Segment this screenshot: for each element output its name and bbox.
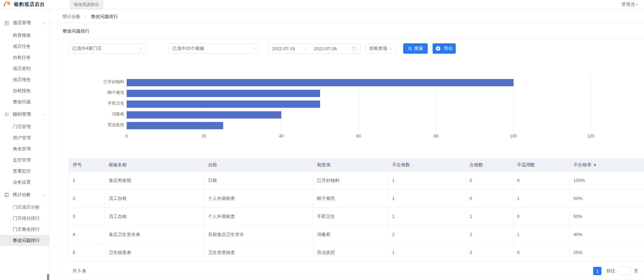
pagination: 1 前往 页 bbox=[593, 266, 638, 275]
table-cell: 0 bbox=[513, 208, 570, 225]
sidebar-item[interactable]: 自检任务 bbox=[0, 52, 49, 63]
table-cell: 后厨食品卫生安全 bbox=[204, 226, 313, 243]
column-header-label: 分组 bbox=[208, 162, 217, 167]
template-select[interactable]: 已选中20个模板 ∨ bbox=[169, 43, 259, 54]
table-cell: 0 bbox=[513, 172, 570, 189]
column-header-分组[interactable]: 分组 bbox=[204, 162, 313, 168]
sidebar-item[interactable]: 巡店任务 bbox=[0, 41, 49, 52]
column-header-label: 模板名称 bbox=[109, 162, 127, 167]
table-cell: 食品卫生安全表 bbox=[105, 226, 204, 243]
column-header-合格数[interactable]: 合格数 bbox=[466, 162, 513, 168]
training-backend-button[interactable]: 前往培训后台 bbox=[70, 0, 103, 9]
column-header-不合格数[interactable]: 不合格数▲ bbox=[388, 162, 466, 168]
chart-bar-slot bbox=[127, 88, 591, 99]
chart-category-label: 帽子规范 bbox=[69, 87, 127, 98]
filter-row: 已选中4家门店 ∨ 已选中20个模板 ∨ 2022-07-19 → 2022-0… bbox=[69, 43, 644, 54]
sidebar: 巡店管理∧检查模板巡店任务自检任务巡店签到巡店报告自检报告整改问题组织管理∧门店… bbox=[0, 10, 49, 280]
table-cell: 1 bbox=[69, 172, 105, 189]
x-axis-tick-label: 100 bbox=[510, 134, 517, 139]
sidebar-item[interactable]: 自检报告 bbox=[0, 85, 49, 96]
breadcrumb-item-current: 整改问题排行 bbox=[91, 14, 118, 19]
chart-category-label: 营业执照 bbox=[69, 120, 127, 130]
table-cell: 1 bbox=[513, 226, 570, 243]
breadcrumb-item-statistics[interactable]: 统计分析 bbox=[63, 14, 81, 19]
table-cell: 员工自检 bbox=[105, 208, 204, 225]
user-menu[interactable]: 管理员 ▾ bbox=[621, 1, 638, 8]
chart-bar-slot bbox=[127, 110, 591, 120]
table-cell: 2 bbox=[388, 226, 466, 243]
date-end-value: 2022-07-26 bbox=[314, 46, 337, 51]
sidebar-item[interactable]: 门店巡店分析 bbox=[0, 202, 49, 213]
sort-asc-icon[interactable]: ▲ bbox=[412, 164, 415, 167]
sidebar-item[interactable]: 巡店签到 bbox=[0, 63, 49, 74]
app-logo-icon bbox=[3, 1, 11, 8]
table-cell: 日检 bbox=[204, 172, 313, 189]
sidebar-item[interactable]: 巡店报告 bbox=[0, 74, 49, 85]
app-title: 银豹巡店后台 bbox=[14, 1, 45, 8]
sidebar-item[interactable]: 整改问题排行 bbox=[0, 235, 49, 246]
table-cell: 2 bbox=[69, 190, 105, 207]
table-cell: 卫生抽查表 bbox=[105, 244, 204, 261]
table-cell: 3 bbox=[69, 208, 105, 225]
x-axis-tick-label: 120 bbox=[587, 134, 594, 139]
total-count-text: 共 5 条 bbox=[72, 268, 86, 274]
chart-bar[interactable] bbox=[127, 90, 320, 97]
sidebar-item[interactable]: 门店管理 bbox=[0, 121, 49, 132]
query-type-value: 按检查项 bbox=[369, 45, 387, 52]
sidebar-item[interactable]: 用户管理 bbox=[0, 132, 49, 143]
search-button[interactable]: 搜索 bbox=[403, 43, 428, 54]
export-button[interactable]: 导出 bbox=[433, 43, 456, 54]
column-header-不合格率[interactable]: 不合格率▼ bbox=[570, 162, 644, 168]
sidebar-group-2: 组织管理∧门店管理用户管理角色管理监控管理查看监控业务设置 bbox=[0, 107, 49, 188]
column-header-不适用数[interactable]: 不适用数 bbox=[513, 162, 570, 168]
sidebar-group-header[interactable]: 巡店管理∧ bbox=[0, 16, 49, 30]
sidebar-item[interactable]: 检查模板 bbox=[0, 30, 49, 41]
export-button-label: 导出 bbox=[444, 45, 453, 52]
column-header-模板名称[interactable]: 模板名称 bbox=[105, 162, 204, 168]
date-range-picker[interactable]: 2022-07-19 → 2022-07-26 bbox=[268, 43, 360, 54]
table-cell: 25% bbox=[570, 244, 644, 261]
column-header-label: 合格数 bbox=[470, 162, 483, 167]
sidebar-item[interactable]: 业务设置 bbox=[0, 177, 49, 188]
goto-page-input[interactable] bbox=[618, 266, 631, 275]
table-row: 4食品卫生安全表后厨食品卫生安全消毒柜22140% bbox=[69, 225, 644, 243]
sidebar-item[interactable]: 监控管理 bbox=[0, 155, 49, 166]
column-header-label: 不适用数 bbox=[517, 162, 535, 167]
chevron-down-icon: ▾ bbox=[636, 3, 638, 6]
column-header-序号[interactable]: 序号 bbox=[69, 162, 105, 168]
sort-desc-icon[interactable]: ▼ bbox=[593, 163, 597, 167]
chevron-down-icon: ∨ bbox=[253, 47, 255, 50]
sidebar-group-header[interactable]: 组织管理∧ bbox=[0, 107, 49, 121]
sidebar-item[interactable]: 门店得分排行 bbox=[0, 213, 49, 224]
table-cell: 员工自检 bbox=[105, 190, 204, 207]
chart-category-label: 手部卫生 bbox=[69, 98, 127, 109]
query-type-select[interactable]: 按检查项 ∨ bbox=[365, 43, 396, 54]
table-row: 1食品有效期日检已开封物料100100% bbox=[69, 171, 644, 189]
chart-bar[interactable] bbox=[127, 122, 223, 129]
breadcrumb: 统计分析 › 整改问题排行 bbox=[50, 10, 644, 23]
x-axis-tick-label: 20 bbox=[202, 134, 206, 139]
sidebar-item[interactable]: 整改问题 bbox=[0, 96, 49, 107]
table-cell: 营业执照 bbox=[313, 244, 388, 261]
chart-bar[interactable] bbox=[127, 100, 320, 108]
chart-bar[interactable] bbox=[127, 111, 281, 119]
column-header-检查项[interactable]: 检查项 bbox=[313, 162, 388, 168]
chart-bar-slot bbox=[127, 99, 591, 110]
table-cell: 食品有效期 bbox=[105, 172, 204, 189]
sidebar-item[interactable]: 门店整改排行 bbox=[0, 224, 49, 235]
page-number-button[interactable]: 1 bbox=[593, 267, 601, 275]
table-cell: 1 bbox=[466, 208, 513, 225]
store-select[interactable]: 已选中4家门店 ∨ bbox=[69, 43, 146, 54]
chart-category-labels: 已开封物料帽子规范手部卫生消毒柜营业执照 bbox=[69, 77, 127, 132]
table-row: 2员工自检个人外观检查帽子规范10150% bbox=[69, 189, 644, 207]
table-cell: 1 bbox=[388, 208, 466, 225]
sidebar-item[interactable]: 查看监控 bbox=[0, 166, 49, 177]
people-icon bbox=[4, 112, 10, 117]
sidebar-group-header[interactable]: 统计分析∧ bbox=[0, 188, 49, 202]
chart-gridline bbox=[591, 77, 591, 132]
table-cell: 1 bbox=[388, 172, 466, 189]
chart-bar[interactable] bbox=[127, 79, 514, 86]
sidebar-scrollbar-thumb[interactable] bbox=[47, 274, 49, 280]
table-cell: 个人外观检查 bbox=[204, 208, 313, 225]
sidebar-item[interactable]: 角色管理 bbox=[0, 143, 49, 155]
